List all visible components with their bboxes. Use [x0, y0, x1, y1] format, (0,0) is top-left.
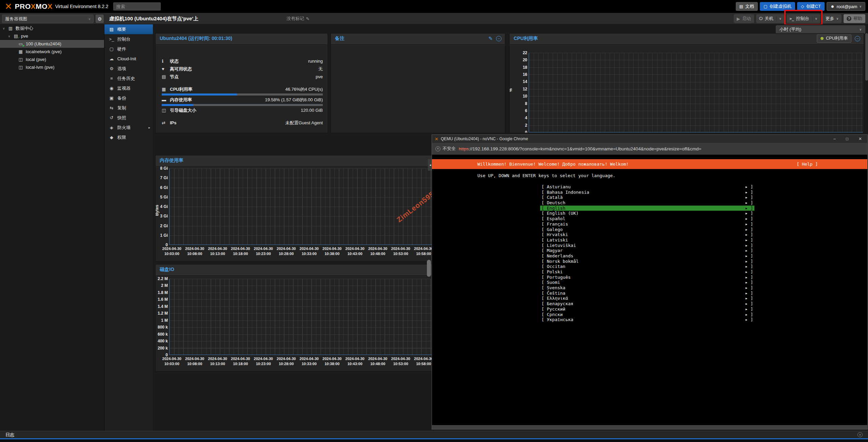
proxmox-favicon: ✕ [435, 136, 438, 142]
tree-item-local-lvm[interactable]: ◫ local-lvm (pve) [0, 63, 104, 71]
language-option[interactable]: [ Polski ▸ ] [540, 269, 754, 275]
vm-menu-item[interactable]: ▢ 硬件 [104, 44, 153, 54]
minimize-button[interactable]: – [833, 136, 836, 141]
language-option[interactable]: [ Français ▸ ] [540, 222, 754, 227]
expand-log-icon[interactable]: ∨ [857, 432, 863, 437]
maximize-button[interactable]: □ [846, 136, 848, 141]
x-tick: 2024-04-3010:08:00 [183, 246, 206, 256]
vm-menu-item[interactable]: ☁ Cloud-Init [104, 54, 153, 64]
language-option[interactable]: [ Беларуская ▸ ] [540, 301, 754, 307]
cpu-y-ticks: 2220181614121086420 [515, 50, 527, 133]
tree-item-localnetwork[interactable]: ▦ localnetwork (pve) [0, 48, 104, 56]
search-input[interactable] [113, 2, 161, 10]
vm-menu-item[interactable]: ⇆ 复制 [104, 103, 153, 113]
log-panel-title: 日志 [5, 432, 14, 438]
language-option[interactable]: [ Русский ▸ ] [540, 307, 754, 312]
start-button[interactable]: ▶启动 [734, 14, 754, 23]
vnc-console[interactable]: Willkommen! Bienvenue! Welcome! Добро по… [432, 155, 867, 425]
vm-menu-item[interactable]: ▤ 概要 [104, 24, 153, 34]
vm-menu-item[interactable]: ◆ 权限 [104, 132, 153, 142]
chevron-down-icon: ∨ [859, 5, 862, 8]
collapse-panel-icon[interactable]: − [496, 36, 501, 41]
tags-label[interactable]: 没有标记✎ [287, 13, 310, 24]
cpu-chart-panel: CPU利用率 CPU利用率 − % 2220181614121086420 [509, 33, 864, 133]
tree-item-datacenter[interactable]: ∨ ▥ 数据中心 [0, 24, 104, 32]
help-link[interactable]: [ Help ] [796, 162, 818, 167]
security-badge[interactable]: ✕ 不安全 [435, 146, 456, 152]
time-range-select[interactable]: 小时 (平均)∨ [776, 25, 865, 34]
collapse-panel-icon[interactable]: − [855, 36, 860, 41]
right-scrollbar-thumb[interactable] [865, 33, 868, 81]
language-option[interactable]: [ Português ▸ ] [540, 275, 754, 280]
documentation-button[interactable]: ▤文档 [736, 2, 758, 11]
language-option[interactable]: [ Čeština ▸ ] [540, 291, 754, 296]
language-option[interactable]: [ Español ▸ ] [540, 216, 754, 222]
language-option[interactable]: [ Српски ▸ ] [540, 312, 754, 317]
shutdown-button[interactable]: ⏻关机∨ [756, 14, 785, 23]
tree-item-node-pve[interactable]: ∨ ▤✓ pve [0, 32, 104, 40]
notes-panel-title: 备注 [335, 36, 344, 42]
splitter-highlight[interactable] [0, 438, 868, 439]
language-option[interactable]: [ Deutsch ▸ ] [540, 200, 754, 206]
vm-menu-item[interactable]: ↺ 快照 [104, 113, 153, 123]
language-option[interactable]: [ English ▸ ] [540, 206, 754, 211]
y-tick: 800 k [156, 324, 168, 330]
tree-item-local[interactable]: ◫ local (pve) [0, 56, 104, 63]
close-button[interactable]: ✕ [859, 136, 862, 141]
content-scrollbar-thumb[interactable] [427, 260, 431, 277]
create-ct-button[interactable]: ◇创建CT [797, 2, 825, 11]
tree-item-vm-100[interactable]: ▭▶ 100 (Ubuntu2404) [0, 40, 104, 48]
vm-menu-item[interactable]: ⚙ 选项 [104, 64, 153, 73]
bracket-open: [ [541, 307, 547, 312]
edit-notes-icon[interactable]: ✎ [488, 36, 493, 42]
y-tick: 22 [515, 50, 527, 56]
console-button[interactable]: >_控制台∨ [787, 14, 821, 23]
y-tick: 5 Gi [156, 194, 168, 200]
language-option[interactable]: [ Occitan ▸ ] [540, 264, 754, 269]
language-option[interactable]: [ Suomi ▸ ] [540, 280, 754, 285]
x-tick: 2024-04-3010:23:00 [252, 356, 275, 366]
bracket-open: [ [541, 222, 547, 227]
language-option[interactable]: [ Nederlands ▸ ] [540, 253, 754, 259]
language-option[interactable]: [ Lietuviškai ▸ ] [540, 243, 754, 248]
log-panel-header[interactable]: 日志 ∨ [0, 431, 868, 438]
question-icon: ? [847, 16, 851, 21]
progress-fill [162, 93, 237, 96]
y-tick: 600 k [156, 332, 168, 337]
view-select[interactable]: 服务器视图∨ [2, 15, 94, 23]
window-titlebar[interactable]: ✕ QEMU (Ubuntu2404) - noVNC - Google Chr… [432, 135, 867, 143]
language-option[interactable]: [ Galego ▸ ] [540, 227, 754, 232]
language-option[interactable]: [ Bahasa Indonesia ▸ ] [540, 190, 754, 195]
more-button[interactable]: 更多∨ [822, 14, 842, 23]
language-option[interactable]: [ Українська ▸ ] [540, 317, 754, 322]
language-option[interactable]: [ Magyar ▸ ] [540, 248, 754, 253]
y-tick: 1.2 M [156, 311, 168, 316]
language-option[interactable]: [ Ελληνικά ▸ ] [540, 296, 754, 301]
cpu-legend-toggle[interactable]: CPU利用率 [817, 35, 851, 43]
cpu-icon: ▦ [162, 87, 170, 92]
language-option[interactable]: [ Asturianu ▸ ] [540, 184, 754, 190]
vm-menu-item[interactable]: ◈ 防火墙 ▸ [104, 123, 153, 132]
x-tick: 2024-04-3010:18:00 [229, 246, 252, 256]
url-field[interactable]: https://192.168.199.228:8006/?console=kv… [459, 146, 701, 151]
user-menu-button[interactable]: ☻root@pam∨ [827, 2, 865, 11]
sidebar-settings-button[interactable]: ⚙ [96, 15, 104, 23]
vm-menu-item-label: 监视器 [117, 85, 131, 91]
status-row-value: pve [316, 74, 323, 79]
vm-menu-item[interactable]: ◉ 监视器 [104, 83, 153, 93]
language-option[interactable]: [ Latviski ▸ ] [540, 237, 754, 243]
vm-menu-item[interactable]: ≡ 任务历史 [104, 73, 153, 83]
language-option[interactable]: [ Català ▸ ] [540, 195, 754, 200]
vm-menu-item[interactable]: >_ 控制台 [104, 34, 153, 44]
vm-menu-item-label: 概要 [117, 26, 126, 33]
language-option[interactable]: [ Norsk bokmål ▸ ] [540, 259, 754, 264]
language-option[interactable]: [ Svenska ▸ ] [540, 285, 754, 291]
language-option[interactable]: [ English (UK) ▸ ] [540, 211, 754, 216]
help-button[interactable]: ?帮助 [844, 14, 865, 23]
x-tick: 2024-04-3010:23:00 [252, 246, 275, 256]
status-row-label: 内存使用率 [170, 97, 192, 103]
create-vm-button[interactable]: ▢创建虚拟机 [760, 2, 795, 11]
language-name: Hrvatski [547, 232, 568, 237]
vm-menu-item[interactable]: ▣ 备份 [104, 93, 153, 103]
language-option[interactable]: [ Hrvatski ▸ ] [540, 232, 754, 237]
